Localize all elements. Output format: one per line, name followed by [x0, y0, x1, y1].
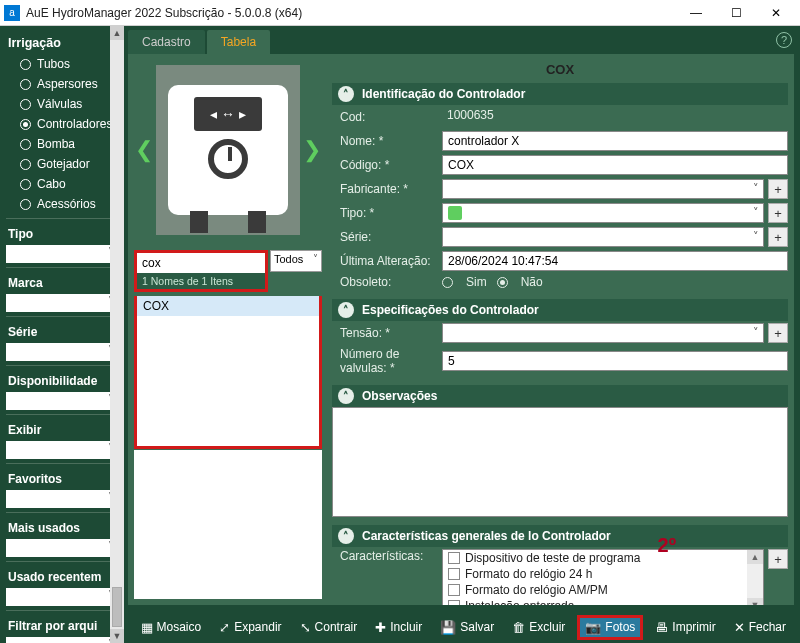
search-result-item[interactable]: COX [137, 296, 319, 316]
filter-arquivo-dropdown[interactable] [6, 637, 116, 643]
expandir-button[interactable]: ⤢Expandir [213, 616, 287, 639]
checkbox[interactable] [448, 600, 460, 605]
tab-tabela[interactable]: Tabela [207, 30, 270, 54]
next-image-button[interactable]: ❯ [302, 137, 322, 163]
panel-especificacoes: ˄Especificações do Controlador Tensão: *… [332, 299, 788, 377]
sidebar-item-controladores[interactable]: Controladores [6, 114, 122, 134]
add-tensao-button[interactable]: + [768, 323, 788, 343]
filter-marca-label: Marca [6, 268, 122, 292]
print-icon: 🖶 [655, 620, 668, 635]
panel-title: Identificação do Controlador [362, 87, 525, 101]
add-serie-button[interactable]: + [768, 227, 788, 247]
search-results: COX [134, 296, 322, 449]
carac-item: Instalação enterrada [465, 599, 574, 605]
sidebar-item-gotejador[interactable]: Gotejador [6, 154, 122, 174]
filter-favoritos-dropdown[interactable] [6, 490, 116, 508]
alteracao-input[interactable] [442, 251, 788, 271]
annotation-2: 2º [658, 534, 676, 557]
observacoes-textarea[interactable] [332, 407, 788, 517]
fechar-button[interactable]: ✕Fechar [728, 616, 792, 639]
serie-label: Série: [332, 230, 442, 244]
maximize-button[interactable]: ☐ [716, 1, 756, 25]
checkbox[interactable] [448, 584, 460, 596]
carac-item: Formato do relógio AM/PM [465, 583, 608, 597]
sidebar-label: Acessórios [37, 197, 96, 211]
sidebar-item-bomba[interactable]: Bomba [6, 134, 122, 154]
window-titlebar: a AuE HydroManager 2022 Subscrição - 5.0… [0, 0, 800, 26]
obsoleto-sim-radio[interactable] [442, 277, 453, 288]
panel-title: Observações [362, 389, 437, 403]
sidebar-item-aspersores[interactable]: Aspersores [6, 74, 122, 94]
add-caracteristica-button[interactable]: + [768, 549, 788, 569]
sim-label: Sim [466, 275, 487, 289]
camera-icon: 📷 [585, 620, 601, 635]
filter-disponibilidade-dropdown[interactable] [6, 392, 116, 410]
close-button[interactable]: ✕ [756, 1, 796, 25]
obsoleto-nao-radio[interactable] [497, 277, 508, 288]
fotos-button[interactable]: 📷Fotos [577, 615, 643, 640]
filter-serie-dropdown[interactable] [6, 343, 116, 361]
collapse-icon: ⤡ [300, 620, 311, 635]
add-tipo-button[interactable]: + [768, 203, 788, 223]
carac-scrollbar[interactable]: ▲▼ [747, 550, 763, 605]
checkbox[interactable] [448, 552, 460, 564]
tensao-select[interactable]: 110 V [442, 323, 764, 343]
plus-icon: ✚ [375, 620, 386, 635]
filter-marca-dropdown[interactable] [6, 294, 116, 312]
filter-exibir-dropdown[interactable] [6, 441, 116, 459]
sidebar-item-tubos[interactable]: Tubos [6, 54, 122, 74]
expand-icon: ⤢ [219, 620, 230, 635]
obsoleto-label: Obsoleto: [332, 275, 442, 289]
save-icon: 💾 [440, 620, 456, 635]
filter-tipo-dropdown[interactable] [6, 245, 116, 263]
controller-icon: ◂ ↔ ▸ [168, 85, 288, 215]
sidebar-item-cabo[interactable]: Cabo [6, 174, 122, 194]
nome-label: Nome: * [332, 134, 442, 148]
collapse-icon[interactable]: ˄ [338, 86, 354, 102]
valvulas-label: Número de valvulas: * [332, 347, 442, 375]
codigo-input[interactable] [442, 155, 788, 175]
filter-serie-label: Série [6, 317, 122, 341]
filter-arquivo-label: Filtrar por arqui [6, 611, 122, 635]
collapse-icon[interactable]: ˄ [338, 302, 354, 318]
filter-maisusados-dropdown[interactable] [6, 539, 116, 557]
sidebar-group-irrigacao: Irrigação [6, 32, 122, 54]
caracteristicas-list[interactable]: Dispositivo de teste de programa Formato… [442, 549, 764, 605]
collapse-icon[interactable]: ˄ [338, 388, 354, 404]
close-icon: ✕ [734, 620, 745, 635]
tipo-select[interactable]: Controladores [442, 203, 764, 223]
sidebar-label: Tubos [37, 57, 70, 71]
excluir-button[interactable]: 🗑Excluir [506, 616, 571, 639]
serie-select[interactable] [442, 227, 764, 247]
panel-observacoes: ˄Observações [332, 385, 788, 517]
mosaico-button[interactable]: ▦Mosaico [135, 616, 208, 639]
valvulas-input[interactable] [442, 351, 788, 371]
incluir-button[interactable]: ✚Incluir [369, 616, 428, 639]
alteracao-label: Última Alteração: [332, 254, 442, 268]
salvar-button[interactable]: 💾Salvar [434, 616, 500, 639]
sidebar-item-acessorios[interactable]: Acessórios [6, 194, 122, 214]
search-filter-dropdown[interactable]: Todos [270, 250, 322, 272]
filter-exibir-label: Exibir [6, 415, 122, 439]
bottom-toolbar: ▦Mosaico ⤢Expandir ⤡Contrair ✚Incluir 💾S… [122, 611, 800, 643]
sidebar-item-valvulas[interactable]: Válvulas [6, 94, 122, 114]
sidebar: Irrigação Tubos Aspersores Válvulas Cont… [0, 26, 122, 643]
fabricante-select[interactable]: Toro [442, 179, 764, 199]
sidebar-scrollbar[interactable]: ▲ ▼ [110, 26, 124, 643]
contrair-button[interactable]: ⤡Contrair [294, 616, 364, 639]
carac-item: Dispositivo de teste de programa [465, 551, 640, 565]
search-input[interactable] [137, 253, 265, 273]
filter-recentes-dropdown[interactable] [6, 588, 116, 606]
help-icon[interactable]: ? [776, 32, 792, 48]
carac-item: Formato do relógio 24 h [465, 567, 592, 581]
add-fabricante-button[interactable]: + [768, 179, 788, 199]
checkbox[interactable] [448, 568, 460, 580]
tipo-icon [448, 206, 462, 220]
search-box: 1 Nomes de 1 Itens [134, 250, 268, 292]
tab-cadastro[interactable]: Cadastro [128, 30, 205, 54]
nome-input[interactable] [442, 131, 788, 151]
prev-image-button[interactable]: ❮ [134, 137, 154, 163]
collapse-icon[interactable]: ˄ [338, 528, 354, 544]
imprimir-button[interactable]: 🖶Imprimir [649, 616, 721, 639]
minimize-button[interactable]: — [676, 1, 716, 25]
